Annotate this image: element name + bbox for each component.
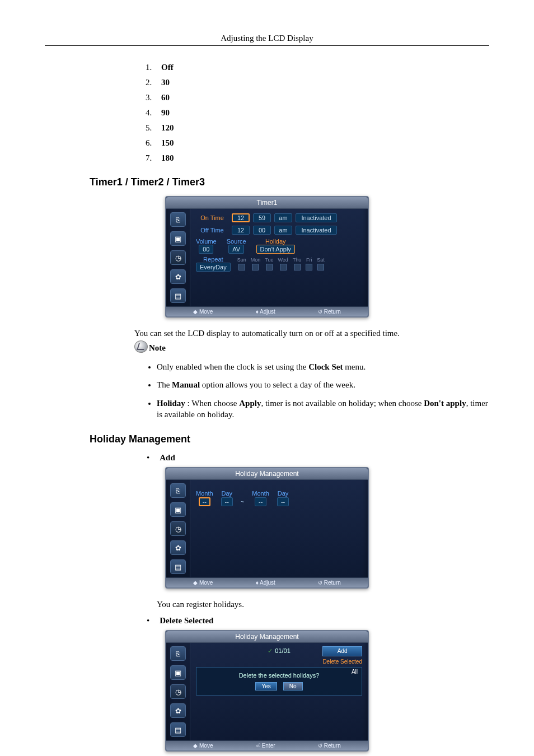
off-time-state[interactable]: Inactivated (296, 226, 337, 235)
section-holiday-title: Holiday Management (90, 433, 489, 445)
on-time-ampm[interactable]: am (274, 213, 292, 222)
source-label: Source (227, 238, 246, 245)
on-time-label: On Time (196, 214, 228, 221)
note-list: Only enabled when the clock is set using… (134, 361, 489, 420)
holiday-label: Holiday (256, 238, 295, 245)
start-month[interactable]: -- (199, 497, 210, 506)
list-num: 6. (146, 138, 161, 148)
day-check[interactable] (294, 264, 301, 270)
osd-footer: ◆ Move ♦ Adjust ↺ Return (166, 306, 368, 316)
delete-selected-label: Delete Selected (160, 616, 213, 625)
picture-icon[interactable]: ▣ (170, 231, 186, 246)
list-label: 60 (161, 93, 170, 102)
off-time-ampm[interactable]: am (274, 226, 292, 235)
list-label: 90 (161, 108, 170, 117)
on-time-hour[interactable]: 12 (232, 213, 250, 222)
off-time-label: Off Time (196, 227, 228, 234)
multi-icon[interactable]: ▤ (170, 288, 186, 303)
setup-icon[interactable]: ✿ (170, 269, 186, 284)
setup-icon[interactable]: ✿ (170, 540, 186, 555)
tilde-separator: ~ (241, 498, 244, 505)
list-label: 30 (161, 78, 170, 87)
picture-icon[interactable]: ▣ (170, 665, 186, 680)
days-row: Sun Mon Tue Wed Thu Fri Sat (237, 257, 325, 270)
end-month[interactable]: -- (255, 497, 266, 506)
osd-title: Timer1 (166, 197, 368, 209)
osd-timer-panel: Timer1 ⎘ ▣ ◷ ✿ ▤ On Time 12 59 am Inacti… (165, 196, 369, 318)
day-check[interactable] (252, 264, 259, 270)
off-time-hour[interactable]: 12 (232, 226, 250, 235)
list-num: 4. (146, 108, 161, 118)
on-time-state[interactable]: Inactivated (296, 213, 337, 222)
section-timer-title: Timer1 / Timer2 / Timer3 (90, 176, 489, 188)
day-label: Day (277, 490, 289, 497)
source-value[interactable]: AV (228, 245, 244, 254)
osd-sidebar: ⎘ ▣ ◷ ✿ ▤ (166, 480, 190, 577)
timer-description: You can set the LCD display to automatic… (134, 329, 489, 338)
no-button[interactable]: No (283, 682, 303, 690)
volume-value[interactable]: 00 (199, 245, 213, 254)
input-icon[interactable]: ⎘ (170, 483, 186, 498)
list-label: 120 (161, 123, 174, 132)
yes-button[interactable]: Yes (255, 682, 277, 690)
start-day[interactable]: -- (221, 497, 233, 506)
time-icon[interactable]: ◷ (170, 250, 186, 265)
day-label: Day (221, 490, 233, 497)
osd-holiday-delete-panel: Holiday Management ⎘ ▣ ◷ ✿ ▤ ✓01/01 Add … (165, 630, 369, 752)
note-label: Note (149, 343, 166, 352)
day-check[interactable] (266, 264, 273, 270)
month-label: Month (252, 490, 269, 497)
osd-sidebar: ⎘ ▣ ◷ ✿ ▤ (166, 643, 190, 740)
list-num: 2. (146, 78, 161, 87)
list-num: 7. (146, 153, 161, 163)
osd-holiday-add-panel: Holiday Management ⎘ ▣ ◷ ✿ ▤ Month-- Day… (165, 467, 369, 589)
picture-icon[interactable]: ▣ (170, 502, 186, 517)
add-button[interactable]: Add (322, 646, 362, 656)
repeat-value[interactable]: EveryDay (196, 263, 231, 272)
timer-option-list: 1.Off 2.30 3.60 4.90 5.120 6.150 7.180 (146, 63, 489, 163)
add-label: Add (160, 453, 175, 462)
all-button[interactable]: All (347, 668, 362, 676)
month-label: Month (196, 490, 213, 497)
list-label: 180 (161, 153, 174, 162)
osd-sidebar: ⎘ ▣ ◷ ✿ ▤ (166, 209, 190, 306)
header-divider (45, 45, 489, 46)
input-icon[interactable]: ⎘ (170, 646, 186, 661)
page-header: Adjusting the LCD Display (45, 34, 489, 43)
on-time-min[interactable]: 59 (253, 213, 271, 222)
time-icon[interactable]: ◷ (170, 684, 186, 699)
list-label: 150 (161, 138, 174, 147)
note-icon (134, 340, 148, 353)
osd-footer: ◆ Move ♦ Adjust ↺ Return (166, 577, 368, 587)
day-check[interactable] (306, 264, 312, 270)
list-label: Off (161, 63, 174, 72)
day-check[interactable] (317, 264, 324, 270)
holiday-value[interactable]: Don't Apply (256, 245, 295, 254)
setup-icon[interactable]: ✿ (170, 703, 186, 718)
multi-icon[interactable]: ▤ (170, 722, 186, 737)
osd-title: Holiday Management (166, 468, 368, 480)
list-num: 5. (146, 123, 161, 133)
list-num: 1. (146, 63, 161, 72)
holiday-date[interactable]: 01/01 (275, 647, 291, 654)
input-icon[interactable]: ⎘ (170, 212, 186, 227)
right-action-list: Add Delete Selected All (322, 646, 362, 676)
check-icon[interactable]: ✓ (268, 647, 273, 654)
off-time-min[interactable]: 00 (253, 226, 271, 235)
holiday-add-desc: You can register holidays. (157, 600, 489, 609)
delete-selected-button[interactable]: Delete Selected (322, 658, 362, 666)
list-num: 3. (146, 93, 161, 102)
day-check[interactable] (238, 264, 245, 270)
time-icon[interactable]: ◷ (170, 521, 186, 536)
multi-icon[interactable]: ▤ (170, 559, 186, 574)
osd-footer: ◆ Move ⏎ Enter ↺ Return (166, 740, 368, 750)
end-day[interactable]: -- (277, 497, 289, 506)
repeat-label: Repeat (196, 256, 231, 263)
osd-title: Holiday Management (166, 631, 368, 643)
day-check[interactable] (280, 264, 287, 270)
volume-label: Volume (196, 238, 217, 245)
